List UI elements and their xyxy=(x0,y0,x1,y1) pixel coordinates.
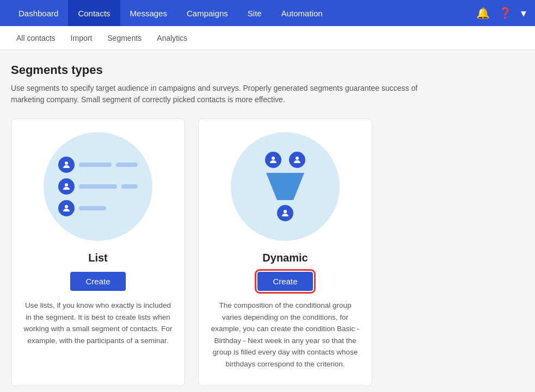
user-icon-1 xyxy=(58,157,75,173)
svg-point-4 xyxy=(296,157,299,160)
subnav-item-segments[interactable]: Segments xyxy=(100,26,149,50)
dropdown-icon[interactable]: ▾ xyxy=(521,7,526,20)
bell-icon[interactable]: 🔔 xyxy=(476,7,490,20)
svg-marker-5 xyxy=(266,173,304,200)
user-icon-3 xyxy=(58,200,75,216)
subnav-item-all-contacts[interactable]: All contacts xyxy=(9,26,63,50)
nav-item-messages[interactable]: Messages xyxy=(120,0,177,26)
top-nav: Dashboard Contacts Messages Campaigns Si… xyxy=(0,0,535,26)
dyn-user-icon-1 xyxy=(265,152,281,168)
page-description: Use segments to specify target audience … xyxy=(11,83,435,105)
list-illustration xyxy=(44,132,152,241)
svg-point-3 xyxy=(272,157,275,160)
dynamic-card: Dynamic Create The composition of the co… xyxy=(198,119,372,386)
subnav-item-import[interactable]: Import xyxy=(63,26,100,50)
svg-point-1 xyxy=(65,183,68,186)
dynamic-card-label: Dynamic xyxy=(262,252,308,264)
page-content: Segments types Use segments to specify t… xyxy=(0,50,535,392)
sub-nav: All contacts Import Segments Analytics xyxy=(0,26,535,50)
nav-item-contacts[interactable]: Contacts xyxy=(68,0,120,26)
list-create-button[interactable]: Create xyxy=(70,272,125,291)
dynamic-card-description: The composition of the conditional group… xyxy=(210,300,361,370)
page-title: Segments types xyxy=(11,63,524,77)
dyn-user-icon-2 xyxy=(289,152,305,168)
funnel-icon xyxy=(263,170,307,203)
svg-point-0 xyxy=(65,161,68,165)
list-row-1 xyxy=(58,157,138,173)
user-icon-2 xyxy=(58,178,75,195)
list-row-3 xyxy=(58,200,106,216)
nav-item-dashboard[interactable]: Dashboard xyxy=(9,0,68,26)
svg-point-2 xyxy=(65,205,68,208)
nav-right: 🔔 ❓ ▾ xyxy=(476,7,526,20)
cards-container: List Create Use lists, if you know who e… xyxy=(11,119,524,386)
line-1 xyxy=(79,163,112,167)
subnav-item-analytics[interactable]: Analytics xyxy=(149,26,195,50)
nav-item-site[interactable]: Site xyxy=(238,0,272,26)
line-2 xyxy=(116,163,138,167)
nav-item-automation[interactable]: Automation xyxy=(272,0,333,26)
nav-item-campaigns[interactable]: Campaigns xyxy=(177,0,238,26)
line-3 xyxy=(79,184,117,189)
list-row-2 xyxy=(58,178,138,195)
list-card-description: Use lists, if you know who exactly is in… xyxy=(22,300,174,346)
line-4 xyxy=(121,184,138,189)
dyn-user-icon-3 xyxy=(277,205,293,221)
dynamic-illustration xyxy=(231,132,340,241)
help-icon[interactable]: ❓ xyxy=(499,7,512,20)
svg-point-6 xyxy=(284,210,287,213)
list-card: List Create Use lists, if you know who e… xyxy=(11,119,185,386)
dynamic-create-button[interactable]: Create xyxy=(257,272,312,291)
line-5 xyxy=(79,206,106,210)
list-card-label: List xyxy=(88,252,108,264)
